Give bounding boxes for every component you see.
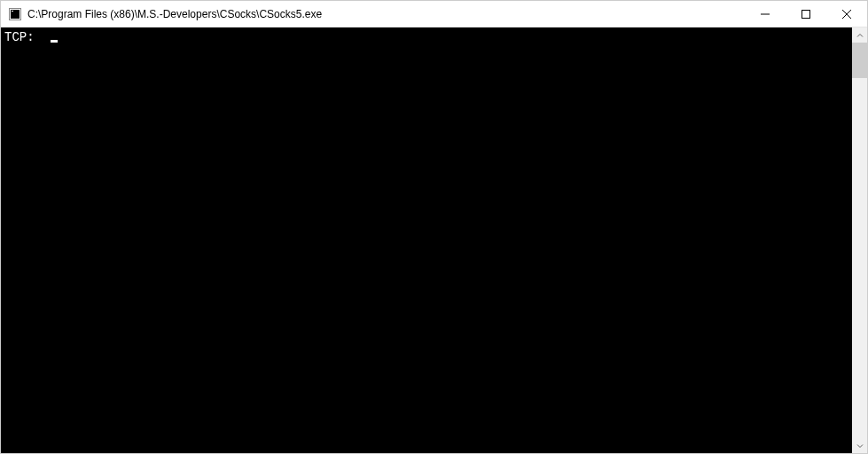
text-cursor [51,40,58,43]
content-area: TCP: [1,27,867,453]
console-output[interactable]: TCP: [1,27,852,453]
titlebar[interactable]: C:\Program Files (x86)\M.S.-Developers\C… [1,1,867,27]
scroll-up-button[interactable] [852,27,867,43]
chevron-up-icon [856,32,864,39]
close-icon [842,10,851,19]
scroll-down-button[interactable] [852,438,867,453]
minimize-icon [761,10,770,19]
console-app-icon [8,7,22,21]
chevron-down-icon [856,442,864,450]
window-controls [745,1,867,27]
minimize-button[interactable] [745,1,786,27]
vertical-scrollbar[interactable] [852,27,867,453]
console-window: C:\Program Files (x86)\M.S.-Developers\C… [0,0,868,454]
svg-rect-2 [12,11,13,12]
maximize-icon [802,10,810,19]
svg-rect-4 [802,10,810,18]
window-title: C:\Program Files (x86)\M.S.-Developers\C… [27,8,745,20]
close-button[interactable] [826,1,867,27]
maximize-button[interactable] [786,1,826,27]
console-text: TCP: [4,30,35,44]
console-line: TCP: [4,29,848,45]
scroll-thumb[interactable] [852,43,867,78]
